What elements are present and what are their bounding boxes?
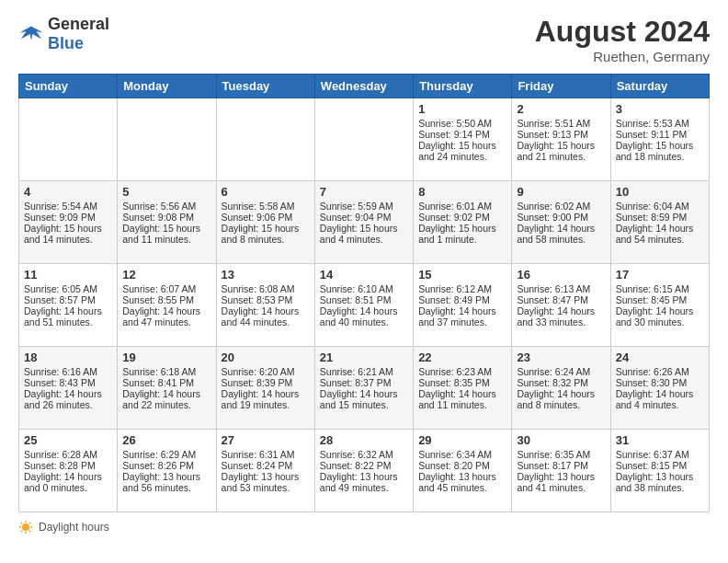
day-number: 1 [418, 102, 506, 116]
sunset-text: Sunset: 8:59 PM [616, 212, 704, 223]
day-number: 20 [222, 350, 310, 364]
col-header-monday: Monday [118, 75, 216, 98]
day-cell: 30Sunrise: 6:35 AMSunset: 8:17 PMDayligh… [512, 430, 610, 512]
week-row-2: 4Sunrise: 5:54 AMSunset: 9:09 PMDaylight… [19, 181, 710, 264]
day-cell: 20Sunrise: 6:20 AMSunset: 8:39 PMDayligh… [216, 347, 314, 430]
day-cell: 27Sunrise: 6:31 AMSunset: 8:24 PMDayligh… [216, 430, 314, 512]
sunset-text: Sunset: 8:37 PM [320, 377, 408, 388]
header-row: SundayMondayTuesdayWednesdayThursdayFrid… [19, 75, 710, 98]
daylight-text: Daylight: 15 hours and 11 minutes. [122, 223, 210, 245]
day-number: 14 [320, 268, 408, 282]
logo: General Blue [18, 15, 109, 53]
sunrise-text: Sunrise: 6:02 AM [517, 201, 605, 212]
day-number: 9 [517, 185, 605, 199]
day-number: 7 [320, 185, 408, 199]
day-cell: 3Sunrise: 5:53 AMSunset: 9:11 PMDaylight… [610, 98, 709, 181]
day-cell [118, 98, 216, 181]
day-number: 23 [517, 350, 605, 364]
sunrise-text: Sunrise: 5:51 AM [517, 118, 605, 129]
logo-general: General [48, 15, 109, 33]
daylight-text: Daylight: 14 hours and 0 minutes. [24, 471, 112, 493]
day-number: 21 [320, 350, 408, 364]
day-cell: 29Sunrise: 6:34 AMSunset: 8:20 PMDayligh… [414, 430, 512, 512]
day-cell: 23Sunrise: 6:24 AMSunset: 8:32 PMDayligh… [512, 347, 610, 430]
sunset-text: Sunset: 8:24 PM [222, 460, 310, 471]
sunrise-text: Sunrise: 6:16 AM [24, 366, 112, 377]
daylight-text: Daylight: 14 hours and 15 minutes. [320, 388, 408, 410]
day-cell [19, 98, 118, 181]
col-header-tuesday: Tuesday [216, 75, 314, 98]
day-number: 24 [616, 350, 704, 364]
sunset-text: Sunset: 8:51 PM [320, 294, 408, 305]
footer: Daylight hours [18, 520, 710, 534]
sunset-text: Sunset: 8:45 PM [616, 294, 704, 305]
daylight-text: Daylight: 14 hours and 4 minutes. [616, 388, 704, 410]
day-cell: 21Sunrise: 6:21 AMSunset: 8:37 PMDayligh… [314, 347, 413, 430]
day-cell: 6Sunrise: 5:58 AMSunset: 9:06 PMDaylight… [216, 181, 314, 264]
col-header-sunday: Sunday [19, 75, 118, 98]
col-header-thursday: Thursday [414, 75, 512, 98]
sunrise-text: Sunrise: 6:21 AM [320, 366, 408, 377]
sunrise-text: Sunrise: 6:23 AM [418, 366, 506, 377]
sun-icon [18, 520, 33, 534]
day-cell: 14Sunrise: 6:10 AMSunset: 8:51 PMDayligh… [314, 264, 413, 347]
day-number: 27 [222, 433, 310, 447]
daylight-text: Daylight: 15 hours and 14 minutes. [24, 223, 112, 245]
sunrise-text: Sunrise: 6:24 AM [517, 366, 605, 377]
week-row-3: 11Sunrise: 6:05 AMSunset: 8:57 PMDayligh… [19, 264, 710, 347]
sunset-text: Sunset: 8:32 PM [517, 377, 605, 388]
sunset-text: Sunset: 8:41 PM [122, 377, 210, 388]
day-number: 8 [418, 185, 506, 199]
sunset-text: Sunset: 8:53 PM [222, 294, 310, 305]
daylight-text: Daylight: 15 hours and 4 minutes. [320, 223, 408, 245]
daylight-text: Daylight: 14 hours and 11 minutes. [418, 388, 506, 410]
day-number: 30 [517, 433, 605, 447]
daylight-text: Daylight: 14 hours and 37 minutes. [418, 305, 506, 327]
day-number: 3 [616, 102, 704, 116]
day-number: 2 [517, 102, 605, 116]
day-cell: 28Sunrise: 6:32 AMSunset: 8:22 PMDayligh… [314, 430, 413, 512]
sunset-text: Sunset: 9:08 PM [122, 212, 210, 223]
sunset-text: Sunset: 8:43 PM [24, 377, 112, 388]
daylight-text: Daylight: 15 hours and 1 minute. [418, 223, 506, 245]
day-cell: 10Sunrise: 6:04 AMSunset: 8:59 PMDayligh… [610, 181, 709, 264]
sunset-text: Sunset: 8:35 PM [418, 377, 506, 388]
day-cell: 31Sunrise: 6:37 AMSunset: 8:15 PMDayligh… [610, 430, 709, 512]
sunrise-text: Sunrise: 6:37 AM [616, 449, 704, 460]
sunset-text: Sunset: 8:17 PM [517, 460, 605, 471]
sunrise-text: Sunrise: 5:50 AM [418, 118, 506, 129]
week-row-4: 18Sunrise: 6:16 AMSunset: 8:43 PMDayligh… [19, 347, 710, 430]
logo-text: General Blue [48, 15, 109, 53]
day-number: 16 [517, 268, 605, 282]
day-cell: 12Sunrise: 6:07 AMSunset: 8:55 PMDayligh… [118, 264, 216, 347]
sunrise-text: Sunrise: 6:35 AM [517, 449, 605, 460]
day-number: 12 [122, 268, 210, 282]
day-cell: 17Sunrise: 6:15 AMSunset: 8:45 PMDayligh… [610, 264, 709, 347]
sunset-text: Sunset: 9:11 PM [616, 129, 704, 140]
sunset-text: Sunset: 8:28 PM [24, 460, 112, 471]
day-cell: 25Sunrise: 6:28 AMSunset: 8:28 PMDayligh… [19, 430, 118, 512]
day-cell: 16Sunrise: 6:13 AMSunset: 8:47 PMDayligh… [512, 264, 610, 347]
sunrise-text: Sunrise: 6:32 AM [320, 449, 408, 460]
sunrise-text: Sunrise: 5:53 AM [616, 118, 704, 129]
logo-bird-icon [18, 21, 44, 47]
day-number: 18 [24, 350, 112, 364]
day-cell: 24Sunrise: 6:26 AMSunset: 8:30 PMDayligh… [610, 347, 709, 430]
sunset-text: Sunset: 9:00 PM [517, 212, 605, 223]
day-number: 15 [418, 268, 506, 282]
logo-blue: Blue [48, 34, 84, 52]
sunrise-text: Sunrise: 6:18 AM [122, 366, 210, 377]
sunset-text: Sunset: 8:57 PM [24, 294, 112, 305]
day-cell [216, 98, 314, 181]
daylight-text: Daylight: 14 hours and 44 minutes. [222, 305, 310, 327]
sunrise-text: Sunrise: 5:56 AM [122, 201, 210, 212]
daylight-text: Daylight: 14 hours and 19 minutes. [222, 388, 310, 410]
sunset-text: Sunset: 9:04 PM [320, 212, 408, 223]
sunrise-text: Sunrise: 6:05 AM [24, 283, 112, 294]
day-number: 5 [122, 185, 210, 199]
daylight-text: Daylight: 13 hours and 45 minutes. [418, 471, 506, 493]
sunrise-text: Sunrise: 6:20 AM [222, 366, 310, 377]
sunrise-text: Sunrise: 6:29 AM [122, 449, 210, 460]
day-cell: 18Sunrise: 6:16 AMSunset: 8:43 PMDayligh… [19, 347, 118, 430]
svg-line-9 [21, 531, 22, 532]
